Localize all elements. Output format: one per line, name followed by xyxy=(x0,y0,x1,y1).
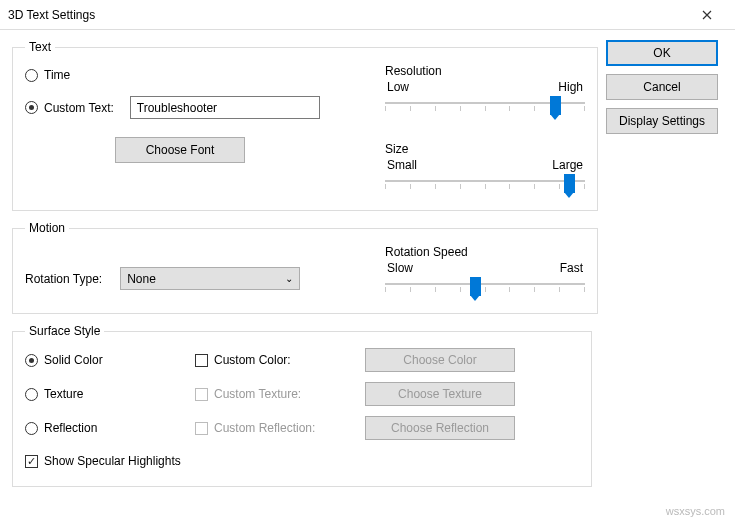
texture-radio[interactable]: Texture xyxy=(25,387,195,401)
text-group: Text Time Custom Text: Choose Font xyxy=(12,40,598,211)
custom-color-check[interactable]: Custom Color: xyxy=(195,353,365,367)
texture-label: Texture xyxy=(44,387,83,401)
rotation-fast: Fast xyxy=(560,261,583,275)
reflection-radio[interactable]: Reflection xyxy=(25,421,195,435)
resolution-label: Resolution xyxy=(385,64,585,78)
size-label: Size xyxy=(385,142,585,156)
choose-reflection-label: Choose Reflection xyxy=(391,421,489,435)
custom-text-label: Custom Text: xyxy=(44,101,114,115)
custom-texture-check: Custom Texture: xyxy=(195,387,365,401)
choose-color-button: Choose Color xyxy=(365,348,515,372)
choose-texture-button: Choose Texture xyxy=(365,382,515,406)
rotation-speed-slider[interactable]: Rotation Speed Slow Fast xyxy=(385,245,585,299)
rotation-type-value: None xyxy=(127,272,156,286)
choose-font-label: Choose Font xyxy=(146,143,215,157)
checkbox-checked-icon: ✓ xyxy=(25,455,38,468)
checkbox-unchecked-icon xyxy=(195,354,208,367)
solid-color-label: Solid Color xyxy=(44,353,103,367)
resolution-low: Low xyxy=(387,80,409,94)
solid-color-radio[interactable]: Solid Color xyxy=(25,353,195,367)
checkbox-disabled-icon xyxy=(195,422,208,435)
rotation-type-select[interactable]: None ⌄ xyxy=(120,267,300,290)
close-button[interactable] xyxy=(687,1,727,29)
show-specular-check[interactable]: ✓ Show Specular Highlights xyxy=(25,454,579,468)
choose-color-label: Choose Color xyxy=(403,353,476,367)
choose-reflection-button: Choose Reflection xyxy=(365,416,515,440)
choose-font-button[interactable]: Choose Font xyxy=(115,137,245,163)
time-label: Time xyxy=(44,68,70,82)
close-icon xyxy=(702,10,712,20)
display-settings-button[interactable]: Display Settings xyxy=(606,108,718,134)
custom-texture-label: Custom Texture: xyxy=(214,387,301,401)
resolution-high: High xyxy=(558,80,583,94)
chevron-down-icon: ⌄ xyxy=(285,273,293,284)
display-settings-label: Display Settings xyxy=(619,114,705,128)
reflection-label: Reflection xyxy=(44,421,97,435)
motion-legend: Motion xyxy=(25,221,69,235)
text-legend: Text xyxy=(25,40,55,54)
custom-reflection-label: Custom Reflection: xyxy=(214,421,315,435)
resolution-thumb[interactable] xyxy=(550,96,561,115)
radio-checked-icon xyxy=(25,354,38,367)
radio-unchecked-icon xyxy=(25,388,38,401)
ok-label: OK xyxy=(653,46,670,60)
rotation-slow: Slow xyxy=(387,261,413,275)
size-small: Small xyxy=(387,158,417,172)
size-thumb[interactable] xyxy=(564,174,575,193)
time-radio[interactable]: Time xyxy=(25,68,355,82)
radio-checked-icon xyxy=(25,101,38,114)
checkbox-disabled-icon xyxy=(195,388,208,401)
ok-button[interactable]: OK xyxy=(606,40,718,66)
surface-group: Surface Style Solid Color Custom Color: … xyxy=(12,324,592,487)
surface-legend: Surface Style xyxy=(25,324,104,338)
custom-reflection-check: Custom Reflection: xyxy=(195,421,365,435)
title-bar: 3D Text Settings xyxy=(0,0,735,30)
show-specular-label: Show Specular Highlights xyxy=(44,454,181,468)
choose-texture-label: Choose Texture xyxy=(398,387,482,401)
custom-text-radio[interactable]: Custom Text: xyxy=(25,96,355,119)
size-slider[interactable]: Size Small Large xyxy=(385,142,585,196)
rotation-thumb[interactable] xyxy=(470,277,481,296)
radio-unchecked-icon xyxy=(25,422,38,435)
custom-text-input[interactable] xyxy=(130,96,320,119)
cancel-label: Cancel xyxy=(643,80,680,94)
custom-color-label: Custom Color: xyxy=(214,353,291,367)
cancel-button[interactable]: Cancel xyxy=(606,74,718,100)
rotation-type-label: Rotation Type: xyxy=(25,272,102,286)
watermark: wsxsys.com xyxy=(666,505,725,517)
window-title: 3D Text Settings xyxy=(8,8,687,22)
motion-group: Motion Rotation Type: None ⌄ Rotation Sp… xyxy=(12,221,598,314)
rotation-speed-label: Rotation Speed xyxy=(385,245,585,259)
size-large: Large xyxy=(552,158,583,172)
resolution-slider[interactable]: Resolution Low High xyxy=(385,64,585,118)
radio-unchecked-icon xyxy=(25,69,38,82)
